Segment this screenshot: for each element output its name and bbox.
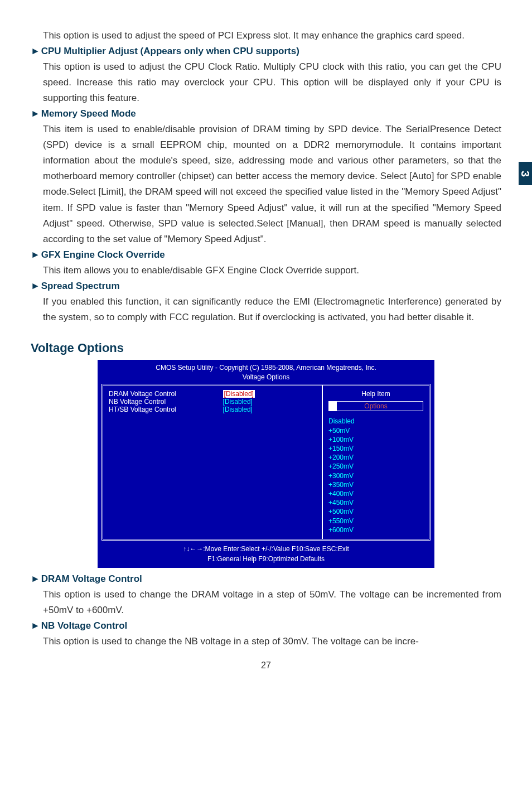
section-title-text: Memory Speed Mode (41, 108, 136, 119)
section-title-text: GFX Engine Clock Override (41, 249, 165, 260)
bios-option: +600mV (328, 525, 423, 534)
section-body: This item allows you to enable/disable G… (43, 263, 501, 278)
bios-option: +100mV (328, 435, 423, 444)
bios-help-title: Help Item (328, 390, 423, 398)
bios-item-value: [Disabled] (223, 406, 316, 413)
bios-item-value: [Disabled] (223, 390, 316, 398)
section-heading: ► CPU Multiplier Adjust (Appears only wh… (31, 44, 501, 59)
section-body: This option is used to change the DRAM v… (43, 587, 501, 618)
section-body: This option is used to change the NB vol… (43, 634, 501, 649)
chapter-tab: 3 (519, 162, 532, 185)
bios-footer-line2: F1:General Help F9:Optimized Defaults (101, 554, 431, 564)
triangle-icon: ► (31, 278, 38, 294)
bios-screenshot: CMOS Setup Utility - Copyright (C) 1985-… (98, 360, 434, 568)
bios-main-panel: DRAM Voltage Control NB Voltage Control … (101, 384, 431, 540)
triangle-icon: ► (31, 618, 38, 634)
bios-options-label: Options (364, 402, 387, 410)
bios-option: +500mV (328, 507, 423, 516)
triangle-icon: ► (31, 247, 38, 263)
section-body: This item is used to enable/disable prov… (43, 122, 501, 247)
bios-values-col: [Disabled] [Disabled] [Disabled] (223, 390, 316, 534)
bios-labels-col: DRAM Voltage Control NB Voltage Control … (109, 390, 223, 534)
bios-item-value: [Disabled] (223, 398, 316, 406)
triangle-icon: ► (31, 44, 38, 59)
document-page: 3 This option is used to adjust the spee… (0, 0, 532, 687)
section-heading: ► GFX Engine Clock Override (31, 247, 501, 263)
bios-item-label: NB Voltage Control (109, 398, 223, 406)
bios-option: +150mV (328, 444, 423, 453)
bios-item-label: HT/SB Voltage Control (109, 406, 223, 413)
section-title-text: DRAM Voltage Control (41, 573, 142, 584)
bios-option: +350mV (328, 480, 423, 489)
bios-option: +250mV (328, 462, 423, 471)
section-body: If you enabled this function, it can sig… (43, 294, 501, 325)
section-body: This option is used to adjust the CPU Cl… (43, 59, 501, 106)
triangle-icon: ► (31, 106, 38, 122)
bios-footer-line1: ↑↓←→:Move Enter:Select +/-/:Value F10:Sa… (101, 544, 431, 554)
bios-title-line1: CMOS Setup Utility - Copyright (C) 1985-… (101, 363, 431, 373)
page-number: 27 (31, 660, 501, 671)
bios-title: CMOS Setup Utility - Copyright (C) 1985-… (101, 363, 431, 384)
section-heading: ► DRAM Voltage Control (31, 571, 501, 587)
section-title-text: Spread Spectrum (41, 281, 120, 291)
bios-option: +450mV (328, 498, 423, 507)
bios-option: Disabled (328, 417, 423, 426)
section-heading: ► Memory Speed Mode (31, 106, 501, 122)
bios-option: +550mV (328, 517, 423, 525)
bios-options-header: Options (328, 401, 423, 411)
bios-option: +400mV (328, 489, 423, 498)
bios-footer: ↑↓←→:Move Enter:Select +/-/:Value F10:Sa… (101, 541, 431, 564)
bios-help-panel: Help Item Options Disabled +50mV +100mV … (322, 385, 429, 538)
intro-paragraph: This option is used to adjust the speed … (43, 28, 501, 44)
bios-option: +200mV (328, 453, 423, 462)
bios-option: +50mV (328, 426, 423, 435)
bios-options-list: Disabled +50mV +100mV +150mV +200mV +250… (328, 417, 423, 534)
bios-title-line2: Voltage Options (101, 373, 431, 382)
section-title-text: CPU Multiplier Adjust (Appears only when… (41, 46, 299, 56)
bios-selected-value: [Disabled] (223, 390, 255, 398)
bios-settings-list: DRAM Voltage Control NB Voltage Control … (103, 385, 322, 538)
bios-item-label: DRAM Voltage Control (109, 390, 223, 398)
chapter-number: 3 (519, 170, 532, 176)
section-heading: ► Spread Spectrum (31, 278, 501, 294)
section-title-text: NB Voltage Control (41, 620, 128, 631)
triangle-icon: ► (31, 571, 38, 587)
voltage-options-title: Voltage Options (31, 341, 501, 355)
bios-option: +300mV (328, 471, 423, 480)
section-heading: ► NB Voltage Control (31, 618, 501, 634)
